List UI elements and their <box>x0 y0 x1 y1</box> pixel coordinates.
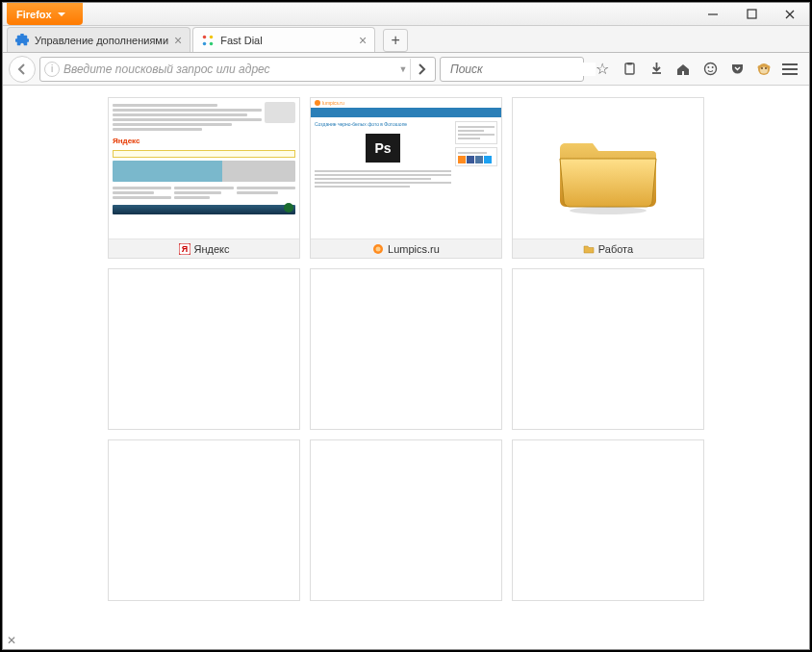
speed-dial-grid: Яндекс Я Яндекс <box>20 97 792 601</box>
status-close-icon[interactable]: ✕ <box>7 634 16 647</box>
tile-empty[interactable] <box>108 439 300 601</box>
svg-point-19 <box>760 66 768 73</box>
svg-point-5 <box>210 35 214 38</box>
tab-close-icon[interactable]: × <box>359 33 367 48</box>
yandex-favicon: Я <box>179 243 190 255</box>
toolbar-actions: ☆ <box>588 61 803 78</box>
maximize-icon <box>747 9 757 19</box>
go-button[interactable] <box>410 59 431 80</box>
svg-point-7 <box>210 41 214 45</box>
page-content: Яндекс Я Яндекс <box>3 86 809 649</box>
new-tab-button[interactable]: + <box>383 29 408 52</box>
lumpics-favicon <box>372 243 384 255</box>
svg-rect-10 <box>625 63 634 74</box>
tile-label: Яндекс <box>194 243 230 255</box>
hamburger-menu-icon[interactable] <box>782 63 798 75</box>
tile-caption: Я Яндекс <box>109 238 299 258</box>
window-maximize-button[interactable] <box>732 3 771 25</box>
tile-empty[interactable] <box>310 439 502 601</box>
firefox-menu-button[interactable]: Firefox <box>7 3 83 25</box>
svg-point-14 <box>707 66 709 68</box>
firefox-menu-label: Firefox <box>16 9 52 20</box>
svg-point-20 <box>761 67 763 69</box>
svg-point-26 <box>570 207 647 214</box>
search-bar[interactable] <box>440 57 584 82</box>
tab-strip: Управление дополнениями × Fast Dial × + <box>3 26 809 53</box>
navigation-toolbar: i ▼ ☆ <box>3 53 809 86</box>
svg-text:Я: Я <box>181 244 187 254</box>
svg-point-6 <box>203 41 207 45</box>
window-titlebar: Firefox <box>3 3 809 26</box>
search-input[interactable] <box>450 63 596 76</box>
svg-point-21 <box>765 67 767 69</box>
tile-empty[interactable] <box>512 439 704 601</box>
svg-rect-11 <box>627 63 632 65</box>
folder-big-icon <box>550 120 666 216</box>
tab-label: Управление дополнениями <box>35 35 168 46</box>
tile-empty[interactable] <box>512 268 704 430</box>
firefox-window: Firefox Управление дополнениями × Fast D… <box>2 2 810 650</box>
back-button[interactable] <box>9 56 36 83</box>
url-dropdown-icon[interactable]: ▼ <box>396 64 410 74</box>
tile-empty[interactable] <box>108 268 300 430</box>
tab-close-icon[interactable]: × <box>174 33 182 48</box>
svg-point-15 <box>711 66 713 68</box>
svg-point-25 <box>376 246 381 251</box>
svg-rect-1 <box>748 10 756 18</box>
tile-thumbnail: Яндекс <box>109 98 299 238</box>
puzzle-icon <box>15 34 29 47</box>
thumb-ps-logo: Ps <box>362 130 404 166</box>
tile-label: Lumpics.ru <box>388 243 440 255</box>
tile-yandex[interactable]: Яндекс Я Яндекс <box>108 97 300 259</box>
window-close-button[interactable] <box>771 3 809 25</box>
tile-caption: Lumpics.ru <box>311 238 501 258</box>
arrow-left-icon <box>15 63 29 76</box>
tile-folder-work[interactable]: Работа <box>512 97 704 259</box>
tile-caption: Работа <box>513 238 703 258</box>
tab-fastdial[interactable]: Fast Dial × <box>192 27 375 52</box>
thumb-yandex-logo: Яндекс <box>113 137 295 146</box>
tile-empty[interactable] <box>310 268 502 430</box>
svg-point-13 <box>704 63 716 75</box>
folder-icon <box>583 243 595 255</box>
pocket-icon[interactable] <box>728 61 746 78</box>
home-icon[interactable] <box>674 61 692 78</box>
tile-thumbnail: lumpics.ru Создание черно-белых фото в Ф… <box>311 98 501 238</box>
url-bar[interactable]: i ▼ <box>39 57 436 82</box>
svg-point-4 <box>203 35 207 38</box>
identity-icon[interactable]: i <box>44 62 60 77</box>
monkey-icon[interactable] <box>755 61 773 78</box>
dots-grid-icon <box>201 34 215 47</box>
tile-label: Работа <box>598 243 633 255</box>
downloads-icon[interactable] <box>647 61 665 78</box>
tile-thumbnail <box>513 98 703 238</box>
clipboard-icon[interactable] <box>621 61 638 78</box>
arrow-right-icon <box>415 63 428 76</box>
tab-addons[interactable]: Управление дополнениями × <box>7 27 190 52</box>
bookmark-star-icon[interactable]: ☆ <box>594 61 611 78</box>
tile-lumpics[interactable]: lumpics.ru Создание черно-белых фото в Ф… <box>310 97 502 259</box>
close-icon <box>784 9 796 20</box>
tab-label: Fast Dial <box>220 35 353 46</box>
url-input[interactable] <box>63 63 396 76</box>
smiley-icon[interactable] <box>701 61 719 78</box>
plus-icon: + <box>392 32 400 49</box>
window-minimize-button[interactable] <box>694 3 732 25</box>
minimize-icon <box>707 9 719 20</box>
